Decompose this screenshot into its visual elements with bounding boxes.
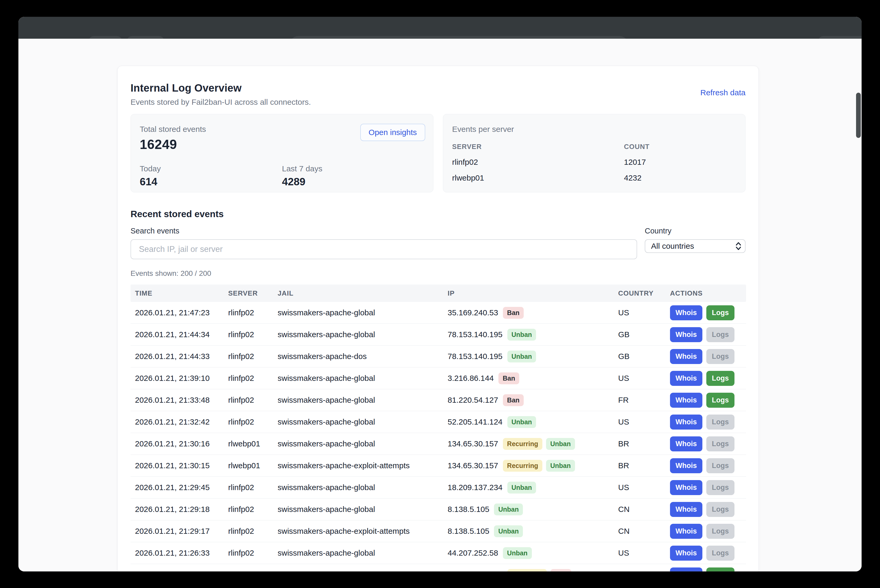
event-server: rlinfp02 xyxy=(228,526,277,536)
logs-button[interactable]: Logs xyxy=(706,567,735,572)
logs-button[interactable]: Logs xyxy=(706,414,735,429)
event-time: 2026.01.21, 21:47:23 xyxy=(130,308,228,317)
event-ip: 8.138.5.105 xyxy=(448,505,489,514)
main-card: Internal Log Overview Events stored by F… xyxy=(117,66,759,572)
country-select[interactable]: All countries xyxy=(645,239,745,253)
event-row: 2026.01.21, 21:44:33 rlinfp02 swissmaker… xyxy=(130,346,746,368)
last7-label: Last 7 days xyxy=(282,164,424,173)
server-column-header: SERVER xyxy=(452,142,624,151)
event-jail: swissmakers-apache-global xyxy=(277,308,448,317)
events-table-body: 2026.01.21, 21:47:23 rlinfp02 swissmaker… xyxy=(130,302,746,572)
whois-button[interactable]: Whois xyxy=(670,305,702,320)
event-jail: swissmakers-apache-exploit-attempts xyxy=(277,461,448,470)
unban-badge: Unban xyxy=(507,416,536,428)
event-ip: 134.65.30.157 xyxy=(448,461,498,470)
event-server: rlwebp01 xyxy=(228,439,277,448)
per-server-rows: rlinfp02 12017 rlwebp01 4232 xyxy=(452,158,736,182)
col-header-country: COUNTRY xyxy=(618,289,670,297)
event-server: rlinfp02 xyxy=(228,330,277,339)
event-row: 2026.01.21, 21:29:18 rlinfp02 swissmaker… xyxy=(130,498,746,520)
logs-button[interactable]: Logs xyxy=(706,458,735,473)
event-time: 2026.01.21, 21:26:10 xyxy=(130,570,228,572)
event-time: 2026.01.21, 21:44:33 xyxy=(130,352,228,361)
event-ip: 78.153.140.195 xyxy=(448,352,503,361)
col-header-time: TIME xyxy=(130,289,228,297)
unban-badge: Unban xyxy=(546,460,575,472)
whois-button[interactable]: Whois xyxy=(670,371,702,386)
logs-button[interactable]: Logs xyxy=(706,327,735,342)
logs-button[interactable]: Logs xyxy=(706,436,735,452)
col-header-actions: ACTIONS xyxy=(670,289,746,297)
logs-button[interactable]: Logs xyxy=(706,502,735,517)
whois-button[interactable]: Whois xyxy=(670,349,702,364)
events-per-server-label: Events per server xyxy=(452,125,736,134)
event-time: 2026.01.21, 21:26:33 xyxy=(130,549,228,558)
whois-button[interactable]: Whois xyxy=(670,546,702,561)
screen: fail2ban.swissmakers.corp A 文 xyxy=(0,0,880,588)
server-name: rlwebp01 xyxy=(452,174,624,182)
events-shown-text: Events shown: 200 / 200 xyxy=(130,269,745,278)
event-time: 2026.01.21, 21:29:17 xyxy=(130,526,228,536)
col-header-server: SERVER xyxy=(228,289,277,297)
recurring-badge: Recurring xyxy=(503,438,543,450)
search-input[interactable] xyxy=(130,239,637,259)
browser-titlebar: fail2ban.swissmakers.corp A 文 xyxy=(18,17,862,39)
whois-button[interactable]: Whois xyxy=(670,414,702,429)
unban-badge: Unban xyxy=(503,547,532,559)
event-jail: swissmakers-apache-global xyxy=(277,374,448,383)
search-events-label: Search events xyxy=(130,226,637,235)
event-row: 2026.01.21, 21:30:16 rlwebp01 swissmaker… xyxy=(130,433,746,455)
whois-button[interactable]: Whois xyxy=(670,480,702,495)
event-time: 2026.01.21, 21:29:18 xyxy=(130,505,228,514)
server-name: rlinfp02 xyxy=(452,158,624,166)
logs-button[interactable]: Logs xyxy=(706,524,735,539)
unban-badge: Unban xyxy=(507,329,536,340)
logs-button[interactable]: Logs xyxy=(706,393,735,408)
whois-button[interactable]: Whois xyxy=(670,458,702,473)
event-server: rlwebp01 xyxy=(228,570,277,572)
event-country: CN xyxy=(618,505,670,514)
logs-button[interactable]: Logs xyxy=(706,371,735,386)
event-row: 2026.01.21, 21:44:34 rlinfp02 swissmaker… xyxy=(130,324,746,346)
whois-button[interactable]: Whois xyxy=(670,436,702,452)
event-ip: 78.153.140.195 xyxy=(448,330,503,339)
refresh-data-link[interactable]: Refresh data xyxy=(700,88,745,97)
recurring-badge: Recurring xyxy=(503,460,543,472)
whois-button[interactable]: Whois xyxy=(670,502,702,517)
logs-button[interactable]: Logs xyxy=(706,480,735,495)
event-country: FR xyxy=(618,396,670,405)
event-server: rlinfp02 xyxy=(228,352,277,361)
logs-button[interactable]: Logs xyxy=(706,546,735,561)
ban-badge: Ban xyxy=(550,569,571,572)
browser-window: fail2ban.swissmakers.corp A 文 xyxy=(18,17,862,572)
event-ip: 134.65.30.157 xyxy=(448,439,498,448)
logs-button[interactable]: Logs xyxy=(706,305,735,320)
event-country: GB xyxy=(618,352,670,361)
event-country: US xyxy=(618,417,670,426)
whois-button[interactable]: Whois xyxy=(670,524,702,539)
server-count: 12017 xyxy=(624,158,646,166)
event-ip: 52.205.141.124 xyxy=(448,417,503,426)
events-per-server-card: Events per server SERVER COUNT rlinfp02 … xyxy=(443,114,745,192)
server-count: 4232 xyxy=(624,174,642,182)
open-insights-button[interactable]: Open insights xyxy=(360,124,425,141)
today-label: Today xyxy=(140,164,282,173)
events-table-header: TIME SERVER JAIL IP COUNTRY ACTIONS xyxy=(130,285,746,302)
ban-badge: Ban xyxy=(498,372,519,384)
logs-button[interactable]: Logs xyxy=(706,349,735,364)
whois-button[interactable]: Whois xyxy=(670,567,702,572)
event-row: 2026.01.21, 21:29:45 rlinfp02 swissmaker… xyxy=(130,477,746,498)
country-select-value: All countries xyxy=(651,242,694,250)
scrollbar-thumb[interactable] xyxy=(856,93,861,138)
event-server: rlinfp02 xyxy=(228,308,277,317)
event-country: DE xyxy=(618,570,670,572)
whois-button[interactable]: Whois xyxy=(670,327,702,342)
whois-button[interactable]: Whois xyxy=(670,393,702,408)
event-time: 2026.01.21, 21:32:42 xyxy=(130,417,228,426)
event-country: US xyxy=(618,308,670,317)
event-server: rlinfp02 xyxy=(228,549,277,558)
event-row: 2026.01.21, 21:26:33 rlinfp02 swissmaker… xyxy=(130,542,746,564)
today-value: 614 xyxy=(140,176,282,188)
event-server: rlwebp01 xyxy=(228,461,277,470)
event-server: rlinfp02 xyxy=(228,417,277,426)
